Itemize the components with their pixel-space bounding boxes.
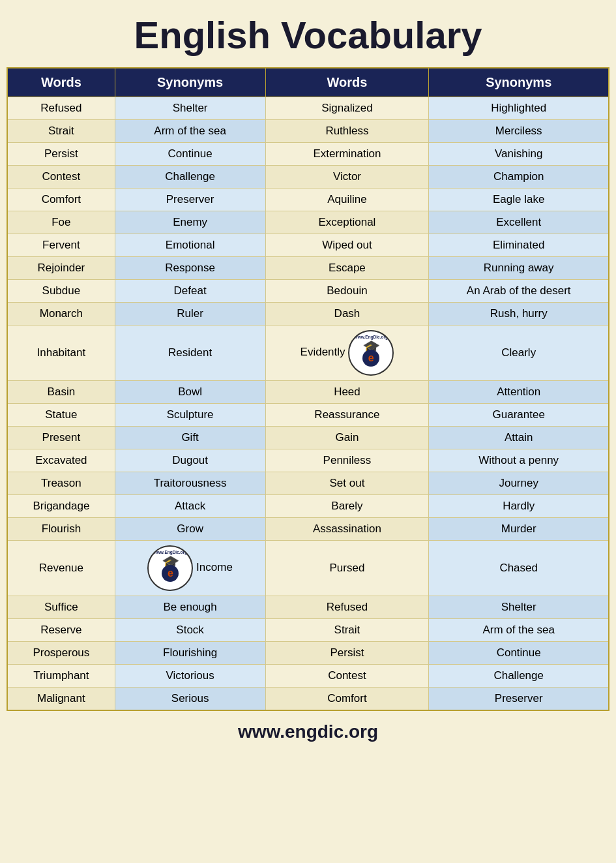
header-words-2: Words — [265, 68, 429, 97]
word-cell: Strait — [265, 619, 429, 642]
word-cell: Comfort — [265, 688, 429, 711]
word-cell: Exceptional — [265, 211, 429, 234]
word-cell: Contest — [265, 665, 429, 688]
footer-url: www.engdic.org — [238, 721, 378, 742]
synonym-cell: Challenge — [429, 665, 609, 688]
synonym-cell: Rush, hurry — [429, 303, 609, 326]
page-title: English Vocabulary — [134, 13, 482, 57]
synonym-cell: Murder — [429, 518, 609, 541]
synonym-cell: Ruler — [115, 303, 265, 326]
synonym-cell: Sculpture — [115, 404, 265, 427]
synonym-cell: Stock — [115, 619, 265, 642]
synonym-cell: Attack — [115, 495, 265, 518]
synonym-cell: Chased — [429, 541, 609, 596]
synonym-cell: Vanishing — [429, 143, 609, 166]
word-cell: Prosperous — [7, 642, 115, 665]
word-cell: Monarch — [7, 303, 115, 326]
table-row: Monarch Ruler Dash Rush, hurry — [7, 303, 609, 326]
word-cell: Assassination — [265, 518, 429, 541]
synonym-cell: Continue — [115, 143, 265, 166]
word-cell: Refused — [265, 596, 429, 619]
word-cell: Victor — [265, 166, 429, 189]
synonym-cell: Running away — [429, 257, 609, 280]
header-synonyms-2: Synonyms — [429, 68, 609, 97]
synonym-cell: Excellent — [429, 211, 609, 234]
synonym-cell: Traitorousness — [115, 472, 265, 495]
word-cell: Flourish — [7, 518, 115, 541]
synonym-cell: Gift — [115, 427, 265, 449]
synonym-cell: Resident — [115, 326, 265, 381]
word-cell: Gain — [265, 427, 429, 449]
table-row: Brigandage Attack Barely Hardly — [7, 495, 609, 518]
synonym-cell: Guarantee — [429, 404, 609, 427]
word-cell: Evidently www.EngDic.org 🎓 e — [265, 326, 429, 381]
word-cell: Triumphant — [7, 665, 115, 688]
word-cell: Statue — [7, 404, 115, 427]
word-cell: Reserve — [7, 619, 115, 642]
table-row: Subdue Defeat Bedouin An Arab of the des… — [7, 280, 609, 303]
word-cell: Bedouin — [265, 280, 429, 303]
synonym-cell: Serious — [115, 688, 265, 711]
synonym-cell: Merciless — [429, 120, 609, 143]
word-cell: Revenue — [7, 541, 115, 596]
word-cell: Strait — [7, 120, 115, 143]
word-cell: Fervent — [7, 234, 115, 257]
synonym-cell: Arm of the sea — [115, 120, 265, 143]
vocabulary-table: Words Synonyms Words Synonyms Refused Sh… — [7, 67, 609, 711]
word-cell: Extermination — [265, 143, 429, 166]
table-row: Comfort Preserver Aquiline Eagle lake — [7, 189, 609, 211]
table-row: Rejoinder Response Escape Running away — [7, 257, 609, 280]
table-row: Flourish Grow Assassination Murder — [7, 518, 609, 541]
word-cell: Penniless — [265, 449, 429, 472]
word-cell: Heed — [265, 381, 429, 404]
table-row: Treason Traitorousness Set out Journey — [7, 472, 609, 495]
synonym-cell: Dugout — [115, 449, 265, 472]
word-cell: Refused — [7, 97, 115, 120]
word-cell: Dash — [265, 303, 429, 326]
table-row: Statue Sculpture Reassurance Guarantee — [7, 404, 609, 427]
synonym-cell: www.EngDic.org 🎓 e Income — [115, 541, 265, 596]
table-row: Prosperous Flourishing Persist Continue — [7, 642, 609, 665]
table-row: Revenue www.EngDic.org 🎓 e Income Pursed… — [7, 541, 609, 596]
synonym-cell: Defeat — [115, 280, 265, 303]
synonym-cell: Continue — [429, 642, 609, 665]
synonym-cell: Without a penny — [429, 449, 609, 472]
synonym-cell: Journey — [429, 472, 609, 495]
table-row: Malignant Serious Comfort Preserver — [7, 688, 609, 711]
word-cell: Malignant — [7, 688, 115, 711]
word-cell: Ruthless — [265, 120, 429, 143]
word-cell: Comfort — [7, 189, 115, 211]
word-cell: Treason — [7, 472, 115, 495]
word-cell: Contest — [7, 166, 115, 189]
header-synonyms-1: Synonyms — [115, 68, 265, 97]
table-row: Refused Shelter Signalized Highlighted — [7, 97, 609, 120]
table-row: Excavated Dugout Penniless Without a pen… — [7, 449, 609, 472]
synonym-cell: Attain — [429, 427, 609, 449]
table-row: Triumphant Victorious Contest Challenge — [7, 665, 609, 688]
table-row: Basin Bowl Heed Attention — [7, 381, 609, 404]
synonym-cell: Shelter — [115, 97, 265, 120]
table-row: Suffice Be enough Refused Shelter — [7, 596, 609, 619]
synonym-cell: Response — [115, 257, 265, 280]
synonym-cell: Attention — [429, 381, 609, 404]
synonym-cell: Enemy — [115, 211, 265, 234]
word-cell: Rejoinder — [7, 257, 115, 280]
word-cell: Excavated — [7, 449, 115, 472]
synonym-cell: Challenge — [115, 166, 265, 189]
synonym-cell: An Arab of the desert — [429, 280, 609, 303]
table-row: Contest Challenge Victor Champion — [7, 166, 609, 189]
synonym-cell: Hardly — [429, 495, 609, 518]
word-cell: Inhabitant — [7, 326, 115, 381]
word-cell: Basin — [7, 381, 115, 404]
synonym-cell: Highlighted — [429, 97, 609, 120]
table-header: Words Synonyms Words Synonyms — [7, 68, 609, 97]
word-cell: Signalized — [265, 97, 429, 120]
word-cell: Set out — [265, 472, 429, 495]
synonym-cell: Victorious — [115, 665, 265, 688]
word-cell: Brigandage — [7, 495, 115, 518]
synonym-cell: Grow — [115, 518, 265, 541]
synonym-cell: Arm of the sea — [429, 619, 609, 642]
table-row: Reserve Stock Strait Arm of the sea — [7, 619, 609, 642]
word-cell: Escape — [265, 257, 429, 280]
table-body: Refused Shelter Signalized Highlighted S… — [7, 97, 609, 711]
